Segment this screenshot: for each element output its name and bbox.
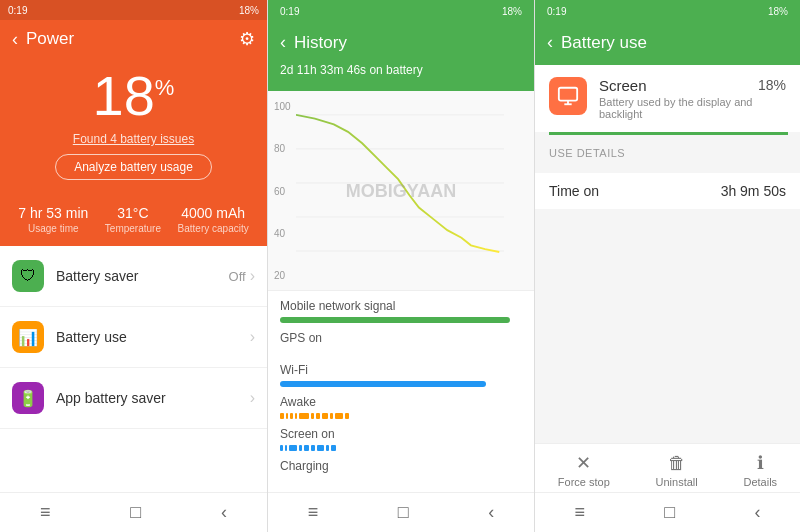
- analyze-button[interactable]: Analyze battery usage: [55, 154, 212, 180]
- spacer: [535, 209, 800, 443]
- app-battery-icon: 🔋: [12, 382, 44, 414]
- history-panel: 0:19 18% ‹ History 2d 11h 33m 46s on bat…: [267, 0, 534, 532]
- back-icon-p1[interactable]: ‹: [12, 29, 18, 50]
- chart-label-20: 20: [274, 270, 291, 281]
- stat-capacity-value: 4000 mAh: [181, 205, 245, 221]
- details-icon: ℹ: [757, 452, 764, 474]
- chart-label-100: 100: [274, 101, 291, 112]
- battery-p3: 18%: [768, 6, 788, 26]
- panel1-list: 🛡 Battery saver Off › 📊 Battery use › 🔋 …: [0, 246, 267, 492]
- time-p2: 0:19: [280, 6, 299, 26]
- awake-section: Awake: [280, 395, 522, 419]
- bottom-actions: ✕ Force stop 🗑 Uninstall ℹ Details: [535, 443, 800, 492]
- stat-usage: 7 hr 53 min Usage time: [18, 205, 88, 234]
- mobile-signal-bar: [280, 317, 510, 323]
- battery-saver-value: Off: [229, 269, 246, 284]
- screen-info: Screen Battery used by the display and b…: [599, 77, 758, 120]
- screen-on-bars: [280, 445, 522, 451]
- battery-stats: 7 hr 53 min Usage time 31°C Temperature …: [0, 193, 267, 246]
- details-button[interactable]: ℹ Details: [743, 452, 777, 488]
- history-title: History: [294, 33, 347, 53]
- battery-saver-icon: 🛡: [12, 260, 44, 292]
- p3-title-row: ‹ Battery use: [547, 26, 788, 59]
- detail-key: Time on: [549, 183, 599, 199]
- nav-menu-p1[interactable]: ≡: [40, 502, 51, 523]
- nav-menu-p3[interactable]: ≡: [575, 502, 586, 523]
- gear-icon-p1[interactable]: ⚙: [239, 28, 255, 50]
- wifi-bar: [280, 381, 486, 387]
- time-p3: 0:19: [547, 6, 566, 26]
- nav-home-p3[interactable]: □: [664, 502, 675, 523]
- back-icon-p2[interactable]: ‹: [280, 32, 286, 53]
- nav-back-p3[interactable]: ‹: [754, 502, 760, 523]
- charging-section: Charging: [280, 459, 522, 473]
- stat-temp-value: 31°C: [117, 205, 148, 221]
- use-details-section: USE DETAILS: [535, 135, 800, 173]
- chart-y-labels: 100 80 60 40 20: [274, 101, 291, 281]
- chart-label-40: 40: [274, 228, 291, 239]
- stat-temp-label: Temperature: [105, 223, 161, 234]
- nav-home-p2[interactable]: □: [398, 502, 409, 523]
- use-details-label: USE DETAILS: [549, 147, 786, 159]
- screen-card[interactable]: Screen Battery used by the display and b…: [535, 65, 800, 132]
- p2-title-row: ‹ History: [280, 26, 522, 59]
- details-label: Details: [743, 476, 777, 488]
- list-item-app-battery[interactable]: 🔋 App battery saver ›: [0, 368, 267, 429]
- signal-section: Mobile network signal GPS on Wi-Fi Awake…: [268, 291, 534, 492]
- power-panel: 0:19 18% ‹ Power ⚙ 18% Found 4 battery i…: [0, 0, 267, 532]
- battery-percent: 18%: [93, 68, 175, 124]
- chevron-icon-1: ›: [250, 267, 255, 285]
- list-item-battery-use[interactable]: 📊 Battery use ›: [0, 307, 267, 368]
- force-stop-label: Force stop: [558, 476, 610, 488]
- chart-label-80: 80: [274, 143, 291, 154]
- wifi-label: Wi-Fi: [280, 363, 522, 387]
- uninstall-icon: 🗑: [668, 453, 686, 474]
- panel2-header: 0:19 18% ‹ History 2d 11h 33m 46s on bat…: [268, 0, 534, 91]
- gps-bar: [280, 349, 522, 355]
- nav-menu-p2[interactable]: ≡: [308, 502, 319, 523]
- nav-home-p1[interactable]: □: [130, 502, 141, 523]
- nav-back-p1[interactable]: ‹: [221, 502, 227, 523]
- battery-p1: 18%: [239, 5, 259, 16]
- gps-label: GPS on: [280, 331, 522, 355]
- stat-capacity: 4000 mAh Battery capacity: [178, 205, 249, 234]
- duration-text: 2d 11h 33m 46s on battery: [280, 59, 522, 85]
- battery-saver-label: Battery saver: [56, 268, 229, 284]
- chevron-icon-3: ›: [250, 389, 255, 407]
- list-item-battery-saver[interactable]: 🛡 Battery saver Off ›: [0, 246, 267, 307]
- stat-capacity-label: Battery capacity: [178, 223, 249, 234]
- stat-temp: 31°C Temperature: [105, 205, 161, 234]
- screen-desc: Battery used by the display and backligh…: [599, 96, 758, 120]
- battery-issues: Found 4 battery issues: [73, 132, 194, 146]
- awake-bars: [280, 413, 522, 419]
- panel3-header: 0:19 18% ‹ Battery use: [535, 0, 800, 65]
- svg-rect-5: [559, 88, 577, 101]
- stat-usage-value: 7 hr 53 min: [18, 205, 88, 221]
- battery-use-panel: 0:19 18% ‹ Battery use Screen Battery us…: [534, 0, 800, 532]
- time-on-row: Time on 3h 9m 50s: [535, 173, 800, 209]
- p2-nav: ≡ □ ‹: [268, 492, 534, 532]
- battery-chart: 100 80 60 40 20 MOBIGYAAN: [268, 91, 534, 291]
- panel1-header: ‹ Power ⚙: [0, 20, 267, 58]
- chart-label-60: 60: [274, 186, 291, 197]
- time-p1: 0:19: [8, 5, 27, 16]
- back-icon-p3[interactable]: ‹: [547, 32, 553, 53]
- app-battery-label: App battery saver: [56, 390, 250, 406]
- screen-title: Screen: [599, 77, 758, 94]
- force-stop-button[interactable]: ✕ Force stop: [558, 452, 610, 488]
- nav-back-p2[interactable]: ‹: [488, 502, 494, 523]
- stat-usage-label: Usage time: [28, 223, 79, 234]
- panel1-nav: ≡ □ ‹: [0, 492, 267, 532]
- chevron-icon-2: ›: [250, 328, 255, 346]
- force-stop-icon: ✕: [576, 452, 591, 474]
- mobile-signal-label: Mobile network signal: [280, 299, 522, 323]
- uninstall-button[interactable]: 🗑 Uninstall: [656, 453, 698, 488]
- battery-p2: 18%: [502, 6, 522, 26]
- panel1-title: Power: [26, 29, 239, 49]
- screen-on-section: Screen on: [280, 427, 522, 451]
- p3-nav: ≡ □ ‹: [535, 492, 800, 532]
- battery-use-label: Battery use: [56, 329, 250, 345]
- status-bar-p1: 0:19 18%: [0, 0, 267, 20]
- screen-icon: [549, 77, 587, 115]
- status-bar-p3: 0:19 18%: [547, 6, 788, 26]
